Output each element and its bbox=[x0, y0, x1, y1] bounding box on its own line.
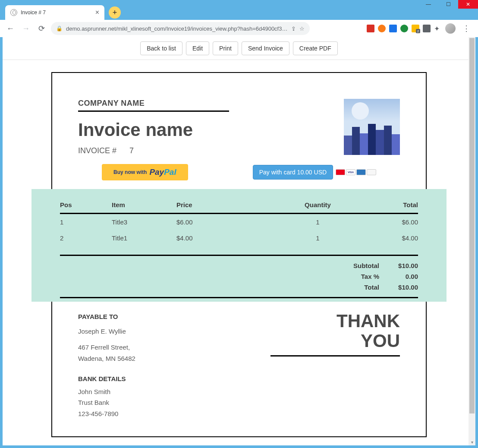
address-bar[interactable]: 🔒 demo.asprunner.net/mikl_xlinesoft_com/… bbox=[51, 22, 310, 35]
tax-value: 0.00 bbox=[379, 273, 418, 280]
total-row: Total $10.00 bbox=[56, 282, 422, 293]
menu-icon[interactable]: ⋮ bbox=[459, 24, 474, 33]
table-row: 1 Title3 $6.00 1 $6.00 bbox=[56, 214, 422, 230]
payable-address-1: 467 Ferrell Street, bbox=[78, 342, 135, 353]
paypal-prefix: Buy now with bbox=[113, 169, 147, 175]
send-invoice-button[interactable]: Send Invoice bbox=[242, 41, 289, 55]
thank-you-text: THANK YOU bbox=[270, 311, 400, 351]
new-tab-button[interactable]: + bbox=[109, 6, 121, 19]
bookmark-icon[interactable]: ☆ bbox=[299, 25, 305, 32]
bank-institution: Trust Bank bbox=[78, 397, 135, 408]
browser-toolbar: ← → ⟳ 🔒 demo.asprunner.net/mikl_xlinesof… bbox=[0, 20, 478, 37]
subtotal-value: $10.00 bbox=[379, 262, 418, 269]
url-text: demo.asprunner.net/mikl_xlinesoft_com/In… bbox=[66, 25, 288, 32]
paypal-logo-icon: PayPal bbox=[149, 167, 176, 177]
invoice-footer: PAYABLE TO Joseph E. Wyllie 467 Ferrell … bbox=[52, 302, 426, 436]
company-logo-image bbox=[344, 99, 400, 155]
company-name-label: COMPANY NAME bbox=[78, 99, 229, 108]
edit-button[interactable]: Edit bbox=[186, 41, 209, 55]
divider bbox=[78, 110, 229, 112]
browser-tab[interactable]: Invoice # 7 × bbox=[5, 5, 104, 20]
header-quantity: Quantity bbox=[278, 201, 358, 208]
share-icon[interactable]: ⇪ bbox=[291, 25, 296, 32]
cell-pos: 1 bbox=[60, 218, 112, 226]
profile-avatar[interactable] bbox=[445, 23, 456, 34]
table-header: Pos Item Price Quantity Total bbox=[56, 201, 422, 213]
maximize-button[interactable]: ☐ bbox=[438, 0, 458, 9]
extension-icon[interactable] bbox=[367, 25, 374, 32]
create-pdf-button[interactable]: Create PDF bbox=[293, 41, 338, 55]
cell-price: $4.00 bbox=[176, 234, 278, 242]
invoice-document: COMPANY NAME Invoice name INVOICE # 7 bbox=[51, 72, 427, 437]
tab-title: Invoice # 7 bbox=[21, 9, 46, 16]
visa-icon: VISA bbox=[346, 169, 355, 175]
window-controls: — ☐ ✕ bbox=[418, 0, 478, 9]
payable-address-2: Wadena, MN 56482 bbox=[78, 353, 135, 364]
discover-icon bbox=[367, 169, 376, 175]
items-section: Pos Item Price Quantity Total 1 Title3 $… bbox=[31, 189, 447, 302]
bank-name: John Smith bbox=[78, 386, 135, 398]
extension-icon[interactable] bbox=[400, 25, 408, 32]
scrollbar[interactable]: ▴ ▾ bbox=[469, 37, 475, 445]
reload-button[interactable]: ⟳ bbox=[35, 22, 47, 35]
tax-row: Tax % 0.00 bbox=[56, 271, 422, 282]
payable-title: PAYABLE TO bbox=[78, 311, 135, 322]
company-block: COMPANY NAME Invoice name INVOICE # 7 bbox=[78, 99, 229, 155]
invoice-number-label: INVOICE # bbox=[78, 146, 116, 155]
back-button[interactable]: ← bbox=[4, 22, 16, 35]
payable-name: Joseph E. Wyllie bbox=[78, 326, 135, 337]
print-button[interactable]: Print bbox=[213, 41, 238, 55]
invoice-name: Invoice name bbox=[78, 120, 229, 140]
card-pay-group: Pay with card 10.00 USD VISA bbox=[253, 165, 376, 180]
extension-icon[interactable] bbox=[412, 25, 419, 32]
cell-total: $6.00 bbox=[358, 218, 418, 226]
subtotal-row: Subtotal $10.00 bbox=[56, 260, 422, 271]
minimize-button[interactable]: — bbox=[418, 0, 438, 9]
total-label: Total bbox=[327, 284, 379, 291]
total-value: $10.00 bbox=[379, 284, 418, 291]
cell-item: Title1 bbox=[112, 234, 176, 242]
amex-icon bbox=[356, 169, 366, 175]
divider bbox=[60, 297, 418, 298]
forward-button[interactable]: → bbox=[20, 22, 32, 35]
bank-phone: 123-456-7890 bbox=[78, 408, 135, 420]
header-total: Total bbox=[358, 201, 418, 208]
scrollbar-thumb[interactable] bbox=[469, 38, 475, 413]
card-icons: VISA bbox=[336, 169, 376, 175]
header-pos: Pos bbox=[60, 201, 112, 208]
page-content: ▴ ▾ Back to list Edit Print Send Invoice… bbox=[0, 37, 478, 448]
invoice-number: INVOICE # 7 bbox=[78, 146, 229, 155]
extension-icon[interactable] bbox=[389, 25, 397, 32]
items-table: Pos Item Price Quantity Total 1 Title3 $… bbox=[56, 201, 422, 298]
back-to-list-button[interactable]: Back to list bbox=[140, 41, 182, 55]
bank-details-title: BANK DETAILS bbox=[78, 373, 135, 385]
subtotal-label: Subtotal bbox=[327, 262, 379, 269]
close-button[interactable]: ✕ bbox=[458, 0, 478, 9]
lock-icon: 🔒 bbox=[56, 25, 63, 32]
tax-label: Tax % bbox=[327, 273, 379, 280]
extensions-icon[interactable]: ✦ bbox=[434, 25, 442, 32]
mastercard-icon bbox=[336, 169, 345, 175]
tab-close-icon[interactable]: × bbox=[95, 9, 99, 16]
cell-price: $6.00 bbox=[176, 218, 278, 226]
extension-icon[interactable] bbox=[378, 25, 386, 32]
invoice-number-value: 7 bbox=[129, 146, 134, 155]
globe-icon bbox=[10, 9, 17, 16]
table-row: 2 Title1 $4.00 1 $4.00 bbox=[56, 230, 422, 246]
cell-total: $4.00 bbox=[358, 234, 418, 242]
payment-row: Buy now with PayPal Pay with card 10.00 … bbox=[52, 164, 426, 189]
header-price: Price bbox=[176, 201, 278, 208]
divider bbox=[60, 255, 418, 256]
thank-you-block: THANK YOU bbox=[270, 311, 400, 419]
browser-window: — ☐ ✕ Invoice # 7 × + ← → ⟳ 🔒 demo.aspru… bbox=[0, 0, 478, 448]
scroll-down-icon[interactable]: ▾ bbox=[469, 439, 475, 445]
pay-with-card-button[interactable]: Pay with card 10.00 USD bbox=[253, 165, 333, 180]
cell-pos: 2 bbox=[60, 234, 112, 242]
header-item: Item bbox=[112, 201, 176, 208]
cell-item: Title3 bbox=[112, 218, 176, 226]
invoice-header: COMPANY NAME Invoice name INVOICE # 7 bbox=[52, 73, 426, 164]
extension-icon[interactable] bbox=[423, 25, 431, 32]
title-bar bbox=[0, 0, 478, 3]
payable-block: PAYABLE TO Joseph E. Wyllie 467 Ferrell … bbox=[78, 311, 135, 419]
paypal-button[interactable]: Buy now with PayPal bbox=[102, 164, 188, 180]
